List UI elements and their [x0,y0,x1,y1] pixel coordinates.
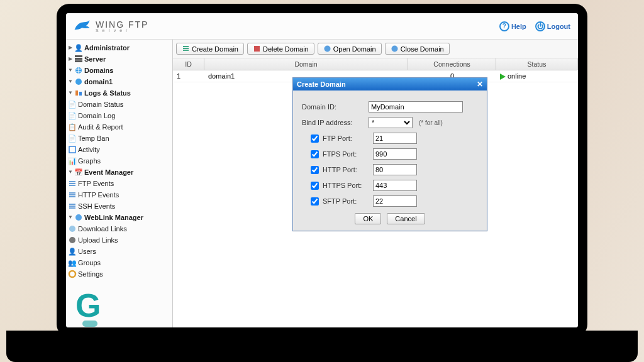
nav-domains[interactable]: ▼Domains [66,65,172,76]
http-port-input[interactable] [373,164,417,175]
sidebar: ▶👤Administrator ▶Server ▼Domains ▼domain… [66,40,173,327]
app-header: WING FTP S e r v e r ?Help ⏻Logout [66,13,578,40]
nav-ssh-events[interactable]: SSH Events [66,200,172,212]
col-domain[interactable]: Domain [204,58,408,70]
watermark-logo: G [75,287,101,324]
bind-ip-note: (* for all) [419,119,443,126]
close-domain-button[interactable]: Close Domain [385,43,450,55]
cell-status: online [496,70,578,82]
nav-activity[interactable]: Activity [66,144,172,155]
open-icon [323,45,331,53]
help-label: Help [511,23,526,30]
nav-server[interactable]: ▶Server [66,53,172,65]
brand-logo: WING FTP S e r v e r [74,19,148,34]
sftp-port-input[interactable] [373,195,417,207]
bind-ip-select[interactable]: * [369,117,413,128]
nav-administrator[interactable]: ▶👤Administrator [66,42,172,53]
domain-id-input[interactable] [369,101,463,112]
col-id[interactable]: ID [173,58,204,70]
col-status[interactable]: Status [496,58,578,70]
svg-rect-5 [75,90,78,96]
ok-button[interactable]: OK [355,213,381,224]
logout-link[interactable]: ⏻Logout [535,21,570,31]
help-icon: ? [499,21,509,31]
power-icon: ⏻ [535,21,545,31]
nav-download-links[interactable]: Download Links [66,223,172,234]
domain-id-label: Domain ID: [302,103,365,111]
dialog-close-button[interactable]: ✕ [477,80,483,89]
svg-rect-24 [254,46,260,52]
nav-groups[interactable]: 👥Groups [66,257,172,268]
create-domain-button[interactable]: Create Domain [176,43,244,55]
ftp-port-checkbox[interactable] [311,134,319,143]
graph-icon: 📊 [68,156,77,165]
nav-temp-ban[interactable]: 📄Temp Ban [66,133,172,144]
upload-icon [68,236,77,244]
domains-icon [74,66,83,75]
bind-ip-label: Bind IP address: [302,119,365,126]
https-port-input[interactable] [373,180,417,191]
help-link[interactable]: ?Help [499,21,526,31]
svg-rect-8 [69,181,75,182]
sftp-port-checkbox[interactable] [311,197,319,206]
server-icon [74,55,83,63]
svg-rect-16 [69,207,75,209]
nav-audit-report[interactable]: 📋Audit & Report [66,121,172,133]
sftp-port-label: SFTP Port: [323,197,369,205]
cell-id: 1 [173,70,204,82]
ban-icon: 📄 [68,134,77,143]
nav-domain1[interactable]: ▼domain1 [66,76,172,87]
audit-icon: 📋 [68,123,77,131]
svg-point-4 [75,79,82,85]
delete-icon [253,45,261,53]
svg-rect-2 [75,60,82,62]
log-icon: 📄 [68,111,77,120]
nav-ftp-events[interactable]: FTP Events [66,178,172,189]
groups-icon: 👥 [68,258,77,267]
nav-event-manager[interactable]: ▼📅Event Manager [66,167,172,178]
nav-upload-links[interactable]: Upload Links [66,234,172,246]
nav-weblink-manager[interactable]: ▼WebLink Manager [66,212,172,223]
http-port-checkbox[interactable] [311,166,319,174]
svg-rect-0 [75,55,82,57]
svg-point-18 [69,226,75,232]
online-icon [500,74,506,80]
nav-logs-status[interactable]: ▼Logs & Status [66,87,172,99]
svg-rect-15 [69,206,75,207]
ftps-port-input[interactable] [373,148,417,160]
svg-rect-11 [69,192,75,194]
main-panel: Create Domain Delete Domain Open Domain … [173,40,578,327]
svg-point-26 [391,46,397,52]
svg-point-17 [75,214,82,221]
cancel-button[interactable]: Cancel [387,213,425,224]
https-port-checkbox[interactable] [311,182,319,190]
col-connections[interactable]: Connections [408,58,496,70]
page-icon: 📄 [68,100,77,109]
open-domain-button[interactable]: Open Domain [318,43,382,55]
delete-domain-button[interactable]: Delete Domain [247,43,314,55]
nav-domain-log[interactable]: 📄Domain Log [66,110,172,121]
svg-rect-21 [183,46,189,47]
nav-http-events[interactable]: HTTP Events [66,189,172,200]
app-window: WING FTP S e r v e r ?Help ⏻Logout ▶👤Adm… [66,13,578,327]
download-icon [68,224,77,233]
close-icon [391,45,399,53]
ftps-port-checkbox[interactable] [311,150,319,158]
nav-settings[interactable]: Settings [66,268,172,280]
dialog-titlebar[interactable]: Create Domain ✕ [293,78,487,90]
nav-domain-status[interactable]: 📄Domain Status [66,99,172,110]
svg-rect-23 [183,50,189,51]
nav-users[interactable]: 👤Users [66,246,172,257]
logout-label: Logout [547,23,570,30]
create-domain-dialog: Create Domain ✕ Domain ID: Bind IP addre… [292,77,487,231]
toolbar: Create Domain Delete Domain Open Domain … [173,40,578,58]
https-port-label: HTTPS Port: [323,182,369,189]
screen-bezel: WING FTP S e r v e r ?Help ⏻Logout ▶👤Adm… [57,4,587,337]
svg-rect-6 [79,92,82,96]
ftp-port-label: FTP Port: [323,134,369,142]
nav-graphs[interactable]: 📊Graphs [66,155,172,167]
create-icon [182,45,190,53]
svg-rect-13 [69,196,75,197]
ftp-port-input[interactable] [373,133,417,144]
users-icon: 👤 [68,247,77,256]
